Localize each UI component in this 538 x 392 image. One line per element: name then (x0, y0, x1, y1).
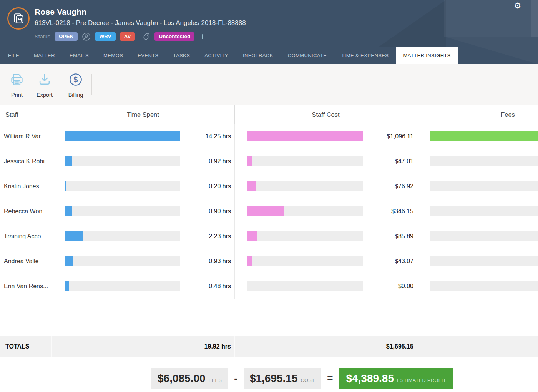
totals-cost-cell: $1,695.15 (234, 336, 417, 357)
fees-cell (417, 224, 538, 249)
time-spent-value: 0.92 hrs (209, 158, 231, 165)
status-badge[interactable]: OPEN (55, 32, 78, 41)
time-bar-fill (65, 206, 72, 216)
fees-total-box: $6,085.00 FEES (151, 368, 228, 389)
table-row: Training Acco... 2.23 hrs $85.89 (0, 224, 538, 249)
staff-cost-value: $1,096.11 (387, 133, 413, 140)
totals-time-value: 19.92 hrs (204, 343, 231, 350)
staff-name: Andrea Valle (0, 249, 51, 274)
cost-bar-track (247, 231, 363, 241)
table-body: William R Var... 14.25 hrs $1,096.11 Jes… (0, 124, 538, 299)
matter-subtitle: 613VL-0218 - Pre Decree - James Vaughn -… (35, 19, 246, 27)
cost-bar-track (247, 281, 363, 291)
estimated-profit-box: $4,389.85 ESTIMATED PROFIT (339, 368, 453, 389)
fees-cell (417, 124, 538, 149)
totals-time-cell: 19.92 hrs (51, 336, 234, 357)
profit-summary: $6,085.00 FEES - $1,695.15 COST = $4,389… (0, 357, 538, 391)
staff-cost-cell: $47.01 (234, 149, 417, 174)
time-bar-fill (65, 181, 66, 191)
staff-cost-cell: $0.00 (234, 274, 417, 299)
header-decoration (444, 37, 538, 64)
tab-communicate[interactable]: COMMUNICATE (281, 47, 334, 64)
tab-file[interactable]: FILE (1, 47, 27, 64)
print-label: Print (11, 92, 23, 98)
tab-activity[interactable]: ACTIVITY (197, 47, 236, 64)
time-bar-track (65, 181, 180, 191)
tab-matter-insights[interactable]: MATTER INSIGHTS (396, 47, 458, 64)
totals-fees-cell (417, 336, 538, 357)
time-spent-cell: 0.92 hrs (51, 149, 234, 174)
table-row: Erin Van Rens... 0.48 hrs $0.00 (0, 274, 538, 299)
staff-cost-value: $43.07 (395, 258, 413, 265)
fees-bar-track (430, 156, 538, 166)
tab-tasks[interactable]: TASKS (166, 47, 198, 64)
staff-cost-value: $47.01 (395, 158, 413, 165)
fees-cell (417, 174, 538, 199)
settings-gear-icon[interactable]: ⚙ (514, 2, 521, 10)
time-bar-track (65, 206, 180, 216)
header-decoration (444, 0, 538, 37)
tab-time-expenses[interactable]: TIME & EXPENSES (334, 47, 396, 64)
column-header-fees: Fees (417, 105, 538, 124)
fees-bar-track (430, 206, 538, 216)
staff-cost-value: $76.92 (395, 183, 413, 190)
download-icon (37, 72, 53, 88)
totals-label: TOTALS (0, 336, 51, 357)
tab-memos[interactable]: MEMOS (96, 47, 130, 64)
tab-bar: FILEMATTEREMAILSMEMOSEVENTSTASKSACTIVITY… (0, 47, 458, 64)
insights-table: Staff Time Spent Staff Cost Fees William… (0, 105, 538, 357)
time-bar-track (65, 156, 180, 166)
fees-bar-track (430, 231, 538, 241)
insights-table-viewport[interactable]: Staff Time Spent Staff Cost Fees William… (0, 105, 538, 357)
staff-name: Kristin Jones (0, 174, 51, 199)
dollar-circle-icon: $ (68, 72, 83, 88)
cost-bar-track (247, 256, 363, 266)
time-spent-cell: 14.25 hrs (51, 124, 234, 149)
column-header-staff: Staff (0, 105, 51, 124)
fees-cell (417, 199, 538, 224)
time-spent-value: 14.25 hrs (205, 133, 231, 140)
billing-button[interactable]: $ Billing (61, 71, 90, 98)
time-spent-value: 0.20 hrs (209, 183, 231, 190)
estimated-profit-label: ESTIMATED PROFIT (397, 378, 446, 383)
staff-cost-value: $346.15 (391, 208, 413, 215)
staff-cost-value: $0.00 (398, 283, 413, 290)
table-row: William R Var... 14.25 hrs $1,096.11 (0, 124, 538, 149)
staff-initials-badge-av[interactable]: AV (120, 32, 135, 41)
time-spent-cell: 2.23 hrs (51, 224, 234, 249)
tab-infotrack[interactable]: INFOTRACK (236, 47, 281, 64)
staff-name: William R Var... (0, 124, 51, 149)
profit-summary-row: $6,085.00 FEES - $1,695.15 COST = $4,389… (151, 368, 453, 389)
tab-matter[interactable]: MATTER (27, 47, 62, 64)
person-icon (82, 32, 91, 41)
time-bar-track (65, 131, 180, 141)
cost-bar-fill (247, 231, 257, 241)
export-button[interactable]: Export (31, 71, 58, 98)
tab-emails[interactable]: EMAILS (62, 47, 96, 64)
fees-bar-track (430, 256, 538, 266)
table-row: Andrea Valle 0.93 hrs $43.07 (0, 249, 538, 274)
staff-cost-cell: $346.15 (234, 199, 417, 224)
status-label: Status (35, 33, 50, 40)
billing-label: Billing (68, 92, 83, 98)
matter-type-badge[interactable]: Uncontested (154, 32, 194, 41)
add-label-icon[interactable]: + (199, 32, 205, 42)
toolbar-separator (91, 74, 92, 95)
time-spent-cell: 0.90 hrs (51, 199, 234, 224)
staff-name: Training Acco... (0, 224, 51, 249)
column-header-staff-cost: Staff Cost (234, 105, 417, 124)
staff-initials-badge-wrv[interactable]: WRV (95, 32, 115, 41)
svg-text:$: $ (73, 75, 78, 84)
totals-row: TOTALS 19.92 hrs $1,695.15 (0, 336, 538, 357)
table-row: Kristin Jones 0.20 hrs $76.92 (0, 174, 538, 199)
matter-title-block: Rose Vaughn 613VL-0218 - Pre Decree - Ja… (35, 7, 246, 42)
staff-cost-cell: $43.07 (234, 249, 417, 274)
time-bar-fill (65, 131, 180, 141)
table-header-row: Staff Time Spent Staff Cost Fees (0, 105, 538, 124)
time-bar-track (65, 281, 180, 291)
cost-total-box: $1,695.15 COST (244, 368, 321, 389)
tab-events[interactable]: EVENTS (130, 47, 166, 64)
time-bar-fill (65, 281, 69, 291)
print-button[interactable]: Print (3, 71, 31, 98)
time-bar-track (65, 231, 180, 241)
